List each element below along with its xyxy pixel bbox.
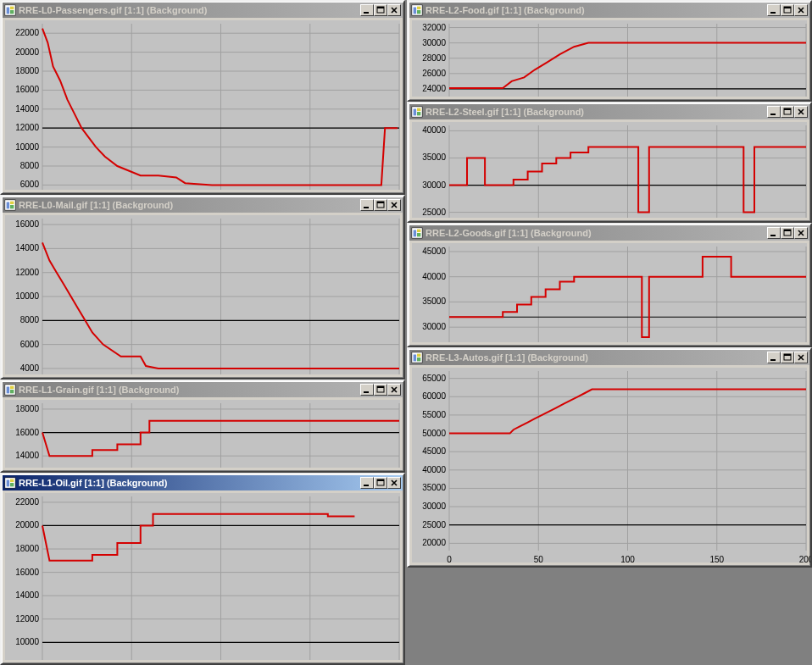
svg-rect-152 — [417, 233, 420, 236]
svg-text:200: 200 — [799, 555, 810, 564]
close-button[interactable] — [794, 352, 808, 363]
mdi-window-oil[interactable]: RRE-L1-Oil.gif [1:1] (Background) 100001… — [0, 473, 405, 665]
minimize-button[interactable] — [360, 477, 374, 489]
doc-icon — [4, 199, 16, 211]
window-buttons — [360, 4, 401, 16]
window-title: RRE-L3-Autos.gif [1:1] (Background) — [425, 352, 767, 363]
mdi-window-grain[interactable]: RRE-L1-Grain.gif [1:1] (Background) 1400… — [0, 380, 405, 473]
minimize-button[interactable] — [360, 384, 374, 396]
svg-text:20000: 20000 — [15, 520, 39, 529]
mdi-window-goods[interactable]: RRE-L2-Goods.gif [1:1] (Background) 3000… — [407, 223, 812, 347]
doc-icon — [4, 4, 16, 16]
close-button[interactable] — [387, 384, 401, 396]
titlebar[interactable]: RRE-L2-Goods.gif [1:1] (Background) — [409, 225, 809, 241]
titlebar[interactable]: RRE-L0-Passengers.gif [1:1] (Background) — [3, 3, 403, 18]
maximize-button[interactable] — [781, 4, 794, 16]
doc-icon — [411, 352, 423, 363]
svg-text:20000: 20000 — [422, 538, 446, 547]
window-title: RRE-L0-Mail.gif [1:1] (Background) — [19, 200, 360, 210]
chart-area: 30000350004000045000 — [412, 243, 807, 342]
titlebar[interactable]: RRE-L2-Steel.gif [1:1] (Background) — [409, 104, 809, 119]
svg-rect-173 — [417, 357, 420, 361]
svg-rect-78 — [7, 480, 10, 487]
maximize-button[interactable] — [374, 477, 387, 489]
svg-text:12000: 12000 — [15, 123, 39, 132]
maximize-button[interactable] — [781, 106, 794, 118]
titlebar[interactable]: RRE-L1-Oil.gif [1:1] (Background) — [3, 475, 403, 490]
maximize-button[interactable] — [374, 4, 387, 16]
titlebar[interactable]: RRE-L3-Autos.gif [1:1] (Background) — [409, 350, 809, 365]
svg-text:60000: 60000 — [422, 391, 446, 401]
window-title: RRE-L1-Grain.gif [1:1] (Background) — [19, 385, 360, 395]
svg-text:10000: 10000 — [15, 142, 39, 152]
close-button[interactable] — [387, 199, 401, 211]
svg-text:32000: 32000 — [422, 23, 446, 32]
svg-rect-1 — [7, 8, 10, 14]
minimize-button[interactable] — [767, 106, 781, 118]
titlebar[interactable]: RRE-L2-Food.gif [1:1] (Background) — [409, 3, 809, 18]
window-title: RRE-L2-Goods.gif [1:1] (Background) — [425, 228, 767, 238]
svg-text:6000: 6000 — [20, 340, 40, 349]
svg-text:0: 0 — [447, 555, 452, 564]
svg-text:50: 50 — [534, 555, 544, 564]
chart-area: 10000120001400016000180002000022000 — [5, 493, 400, 660]
minimize-button[interactable] — [767, 227, 781, 239]
window-title: RRE-L1-Oil.gif [1:1] (Background) — [19, 478, 360, 488]
maximize-button[interactable] — [781, 352, 794, 363]
svg-text:22000: 22000 — [15, 497, 39, 507]
svg-rect-81 — [364, 485, 369, 486]
doc-icon — [411, 227, 423, 239]
minimize-button[interactable] — [767, 352, 781, 363]
chart-area: 2400026000280003000032000 — [412, 20, 807, 97]
svg-rect-172 — [417, 354, 420, 357]
mdi-window-passengers[interactable]: RRE-L0-Passengers.gif [1:1] (Background)… — [0, 0, 405, 195]
svg-rect-151 — [417, 230, 420, 233]
svg-rect-34 — [10, 205, 14, 208]
close-button[interactable] — [794, 227, 808, 239]
svg-rect-150 — [414, 230, 417, 237]
svg-rect-171 — [414, 355, 417, 362]
close-button[interactable] — [387, 4, 401, 16]
titlebar[interactable]: RRE-L0-Mail.gif [1:1] (Background) — [3, 197, 403, 213]
chart-area: 140001600018000 — [5, 400, 400, 468]
chart-area: 6000800010000120001400016000180002000022… — [5, 20, 400, 190]
svg-rect-129 — [414, 109, 417, 116]
close-button[interactable] — [794, 106, 808, 118]
svg-rect-62 — [364, 391, 369, 393]
svg-rect-83 — [377, 479, 384, 481]
titlebar[interactable]: RRE-L1-Grain.gif [1:1] (Background) — [3, 382, 403, 397]
maximize-button[interactable] — [781, 227, 794, 239]
svg-text:50000: 50000 — [422, 429, 446, 438]
minimize-button[interactable] — [360, 199, 374, 211]
svg-text:35000: 35000 — [422, 483, 446, 492]
svg-rect-131 — [417, 112, 420, 115]
svg-rect-111 — [784, 7, 791, 8]
mdi-window-steel[interactable]: RRE-L2-Steel.gif [1:1] (Background) 2500… — [407, 102, 812, 223]
maximize-button[interactable] — [374, 199, 387, 211]
svg-text:14000: 14000 — [15, 243, 39, 252]
svg-text:16000: 16000 — [15, 219, 39, 229]
svg-text:8000: 8000 — [20, 161, 40, 170]
svg-text:45000: 45000 — [422, 446, 446, 456]
svg-text:20000: 20000 — [15, 47, 39, 57]
mdi-window-autos[interactable]: RRE-L3-Autos.gif [1:1] (Background) 2000… — [407, 347, 812, 568]
mdi-window-mail[interactable]: RRE-L0-Mail.gif [1:1] (Background) 40006… — [0, 195, 405, 380]
svg-text:25000: 25000 — [422, 208, 446, 217]
minimize-button[interactable] — [767, 4, 781, 16]
chart-area: 40006000800010000120001400016000 — [5, 215, 400, 374]
close-button[interactable] — [387, 477, 401, 489]
mdi-window-food[interactable]: RRE-L2-Food.gif [1:1] (Background) 24000… — [407, 0, 812, 102]
close-button[interactable] — [794, 4, 808, 16]
svg-text:18000: 18000 — [15, 404, 39, 413]
maximize-button[interactable] — [374, 384, 387, 396]
svg-rect-155 — [784, 230, 791, 231]
minimize-button[interactable] — [360, 4, 374, 16]
svg-text:18000: 18000 — [15, 66, 39, 75]
svg-text:26000: 26000 — [422, 69, 446, 78]
svg-rect-80 — [10, 483, 14, 486]
svg-text:45000: 45000 — [422, 247, 446, 256]
window-title: RRE-L2-Food.gif [1:1] (Background) — [425, 5, 767, 15]
svg-text:30000: 30000 — [422, 322, 446, 331]
window-title: RRE-L2-Steel.gif [1:1] (Background) — [425, 107, 767, 117]
svg-rect-64 — [377, 386, 384, 388]
